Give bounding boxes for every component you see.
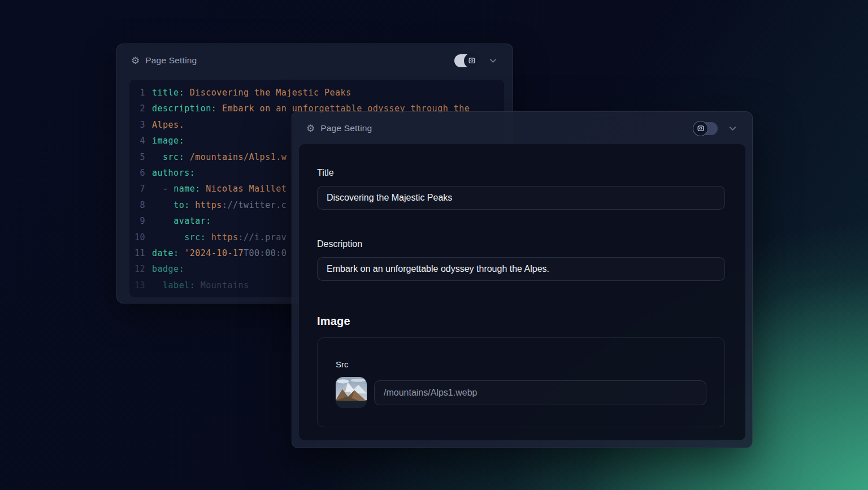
code-token: title: (152, 88, 184, 98)
code-token: authors: (152, 168, 195, 178)
code-view-toggle[interactable] (454, 54, 478, 67)
image-src-input[interactable] (374, 380, 706, 405)
toggle-knob (693, 121, 708, 136)
code-text: label: Mountains (152, 277, 249, 293)
code-token (152, 232, 184, 242)
title-input[interactable] (317, 186, 725, 210)
line-number: 11 (129, 245, 145, 261)
code-token: to: (173, 200, 190, 210)
code-token: image: (152, 136, 184, 146)
code-token: ://i.prav (238, 232, 287, 242)
code-token: Nicolas Maillet (201, 184, 287, 194)
code-token: name: (173, 184, 201, 194)
code-token: - (152, 184, 173, 194)
src-row (336, 377, 706, 408)
page-setting-form: Title Description Image Src (299, 144, 745, 440)
code-text: src: /mountains/Alps1.w (152, 149, 287, 165)
code-token: https (190, 200, 222, 210)
image-card: Src (317, 337, 725, 427)
desktop-background: ⚙ Page Setting 1title: Discovering the M… (0, 0, 868, 490)
chevron-down-icon[interactable] (488, 55, 498, 66)
code-token: src: (184, 232, 206, 242)
code-token: badge: (152, 264, 184, 274)
mountain-photo (336, 377, 367, 408)
code-token: ://twitter.c (222, 200, 287, 210)
line-number: 9 (129, 213, 145, 229)
code-token: Mountains (195, 280, 249, 290)
code-text: badge: (152, 261, 184, 277)
code-text: date: '2024-10-17T00:00:0 (152, 245, 287, 261)
code-text: Alpes. (152, 117, 184, 133)
header-controls (694, 122, 738, 135)
code-text: - name: Nicolas Maillet (152, 181, 287, 197)
line-number: 8 (129, 197, 145, 213)
code-text: image: (152, 133, 184, 149)
code-text: avatar: (152, 213, 211, 229)
page-setting-form-panel: ⚙ Page Setting Title Des (292, 111, 753, 448)
code-token: src: (163, 152, 184, 162)
code-mode-icon (697, 124, 705, 132)
code-token: Discovering the Majestic Peaks (184, 88, 351, 98)
code-token: label: (163, 280, 195, 290)
code-token (152, 152, 163, 162)
code-token: https (206, 232, 238, 242)
code-token: /mountains/Alps1.w (184, 152, 287, 162)
code-text: to: https://twitter.c (152, 197, 287, 213)
gear-icon: ⚙ (131, 56, 140, 66)
image-thumbnail (336, 377, 367, 408)
image-section-heading: Image (317, 315, 725, 328)
code-token: T00:00:0 (244, 248, 287, 258)
panel-title: Page Setting (145, 55, 197, 66)
line-number: 5 (129, 149, 145, 165)
title-label: Title (317, 168, 725, 178)
code-line: 1title: Discovering the Majestic Peaks (129, 85, 504, 101)
code-token: '2024-10-17 (179, 248, 244, 258)
chevron-down-icon[interactable] (727, 123, 738, 134)
src-label: Src (336, 359, 706, 369)
code-token (152, 280, 163, 290)
code-text: authors: (152, 165, 195, 181)
line-number: 10 (129, 229, 145, 245)
code-text: title: Discovering the Majestic Peaks (152, 85, 351, 101)
line-number: 2 (129, 101, 145, 116)
code-token: Alpes. (152, 120, 184, 130)
code-token: avatar: (173, 216, 211, 226)
line-number: 1 (129, 85, 145, 101)
gear-icon: ⚙ (306, 124, 315, 133)
code-token (152, 216, 173, 226)
code-token: description: (152, 103, 216, 114)
line-number: 6 (129, 165, 145, 181)
code-mode-icon (468, 57, 476, 64)
back-panel-header: ⚙ Page Setting (117, 44, 513, 77)
line-number: 12 (129, 261, 145, 277)
header-controls (454, 54, 498, 67)
code-token: date: (152, 248, 179, 258)
code-view-toggle[interactable] (694, 122, 718, 135)
line-number: 4 (129, 133, 145, 149)
description-label: Description (317, 239, 725, 249)
front-panel-header: ⚙ Page Setting (292, 112, 752, 145)
line-number: 3 (129, 117, 145, 133)
description-input[interactable] (317, 257, 725, 281)
code-token (152, 200, 173, 210)
code-text: src: https://i.prav (152, 229, 287, 245)
line-number: 7 (129, 181, 145, 197)
panel-title: Page Setting (320, 123, 372, 133)
line-number: 13 (129, 277, 145, 293)
toggle-knob (464, 53, 479, 68)
